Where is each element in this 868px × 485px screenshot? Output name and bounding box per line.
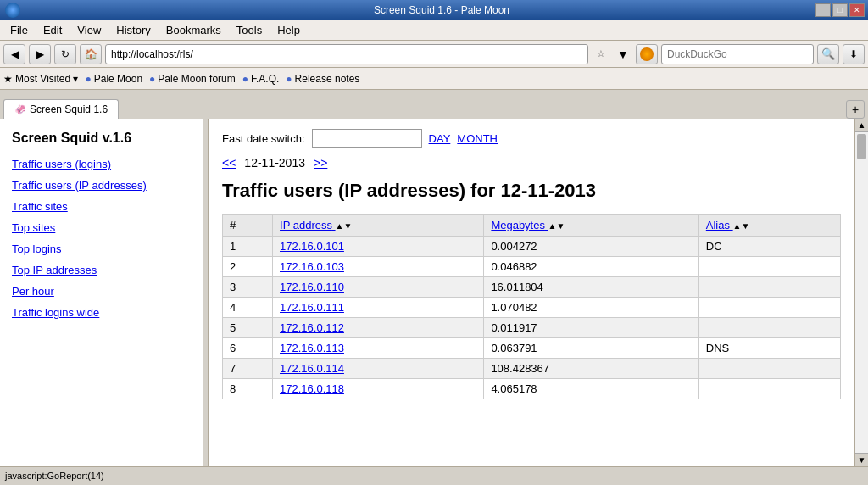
sort-alias-indicator: ▲▼ [733, 221, 750, 231]
prev-date-link[interactable]: << [222, 156, 236, 170]
menu-tools[interactable]: Tools [230, 22, 269, 38]
cell-ip: 172.16.0.111 [273, 298, 484, 318]
col-ip[interactable]: IP address ▲▼ [273, 215, 484, 237]
cell-num: 3 [223, 277, 273, 298]
table-row: 4172.16.0.1111.070482 [223, 298, 841, 318]
status-text: javascript:GoReport(14) [5, 471, 104, 481]
window-controls[interactable]: _ □ ✕ [815, 3, 868, 17]
cell-ip: 172.16.0.112 [273, 318, 484, 338]
bookmark-pale-moon-forum[interactable]: ● Pale Moon forum [149, 73, 236, 85]
cell-alias: DNS [698, 338, 840, 359]
menu-bookmarks[interactable]: Bookmarks [159, 22, 228, 38]
bookmarks-bar: ★ Most Visited ▾ ● Pale Moon ● Pale Moon… [0, 68, 868, 90]
ip-link[interactable]: 172.16.0.101 [280, 240, 344, 253]
col-megabytes[interactable]: Megabytes ▲▼ [484, 215, 698, 237]
cell-ip: 172.16.0.114 [273, 359, 484, 379]
scroll-down-button[interactable]: ▼ [855, 453, 868, 466]
ip-link[interactable]: 172.16.0.118 [280, 382, 344, 395]
minimize-button[interactable]: _ [815, 3, 831, 17]
bookmark-faq[interactable]: ● F.A.Q. [242, 73, 280, 85]
cell-num: 2 [223, 257, 273, 277]
bookmark-menu-icon[interactable]: ▼ [614, 45, 632, 64]
ip-link[interactable]: 172.16.0.103 [280, 260, 344, 273]
pale-moon-forum-icon: ● [149, 73, 155, 85]
bookmark-pale-moon[interactable]: ● Pale Moon [85, 73, 142, 85]
ip-link[interactable]: 172.16.0.114 [280, 362, 344, 375]
sort-mb-link[interactable]: Megabytes [491, 219, 548, 231]
menu-view[interactable]: View [70, 22, 108, 38]
maximize-button[interactable]: □ [832, 3, 848, 17]
cell-megabytes: 0.046882 [484, 257, 698, 277]
date-input[interactable] [312, 129, 422, 148]
scroll-track [855, 132, 868, 453]
download-button[interactable]: ⬇ [843, 44, 865, 64]
fast-date-label: Fast date switch: [222, 132, 305, 145]
ip-link[interactable]: 172.16.0.111 [280, 301, 344, 314]
reload-button[interactable]: ↻ [54, 44, 76, 64]
table-row: 7172.16.0.114108.428367 [223, 359, 841, 379]
bookmark-most-visited[interactable]: ★ Most Visited ▾ [3, 73, 78, 85]
cell-ip: 172.16.0.110 [273, 277, 484, 298]
sidebar-link-top-logins[interactable]: Top logins [12, 242, 191, 255]
cell-alias [698, 277, 840, 298]
faq-icon: ● [242, 73, 248, 85]
scroll-up-button[interactable]: ▲ [855, 119, 868, 132]
menubar: File Edit View History Bookmarks Tools H… [0, 20, 868, 41]
cell-megabytes: 0.011917 [484, 318, 698, 338]
current-date: 12-11-2013 [244, 156, 305, 170]
sort-mb-indicator: ▲▼ [548, 221, 565, 231]
cell-megabytes: 4.065178 [484, 379, 698, 399]
back-button[interactable]: ◀ [3, 44, 25, 64]
page-title: Traffic users (IP addresses) for 12-11-2… [222, 180, 841, 202]
tabbar: 🦑 Screen Squid 1.6 + [0, 90, 868, 119]
sidebar-link-per-hour[interactable]: Per hour [12, 285, 191, 298]
bookmark-label: Release notes [295, 73, 360, 85]
forward-button[interactable]: ▶ [29, 44, 51, 64]
month-link[interactable]: MONTH [457, 132, 498, 145]
next-date-link[interactable]: >> [314, 156, 327, 170]
sidebar-link-traffic-sites[interactable]: Traffic sites [12, 200, 191, 213]
col-num: # [223, 215, 273, 237]
menu-history[interactable]: History [109, 22, 157, 38]
close-button[interactable]: ✕ [849, 3, 865, 17]
right-scrollbar[interactable]: ▲ ▼ [854, 119, 868, 466]
search-input[interactable] [661, 44, 814, 64]
new-tab-button[interactable]: + [846, 100, 865, 119]
table-row: 3172.16.0.11016.011804 [223, 277, 841, 298]
menu-file[interactable]: File [3, 22, 35, 38]
sidebar-link-top-sites[interactable]: Top sites [12, 221, 191, 234]
sidebar-link-traffic-logins-wide[interactable]: Traffic logins wide [12, 306, 191, 319]
cell-alias: DC [698, 237, 840, 257]
tab-icon: 🦑 [14, 104, 26, 115]
day-link[interactable]: DAY [429, 132, 451, 145]
scroll-thumb[interactable] [857, 134, 866, 159]
navbar: ◀ ▶ ↻ 🏠 ☆ ▼ 🔍 ⬇ [0, 41, 868, 68]
cell-num: 7 [223, 359, 273, 379]
star-icon[interactable]: ☆ [592, 45, 610, 64]
menu-help[interactable]: Help [270, 22, 307, 38]
sort-alias-link[interactable]: Alias [706, 219, 733, 231]
search-button[interactable]: 🔍 [817, 44, 839, 64]
col-alias[interactable]: Alias ▲▼ [698, 215, 840, 237]
sidebar-link-traffic-ip[interactable]: Traffic users (IP addresses) [12, 179, 191, 192]
ip-link[interactable]: 172.16.0.113 [280, 342, 344, 354]
ip-link[interactable]: 172.16.0.110 [280, 281, 344, 293]
tab-screen-squid[interactable]: 🦑 Screen Squid 1.6 [3, 99, 119, 119]
table-row: 8172.16.0.1184.065178 [223, 379, 841, 399]
content-area: Fast date switch: DAY MONTH << 12-11-201… [209, 119, 854, 466]
home-button[interactable]: 🏠 [80, 44, 102, 64]
sidebar-link-top-ip[interactable]: Top IP addresses [12, 264, 191, 276]
bookmark-label: Most Visited ▾ [15, 73, 78, 85]
url-input[interactable] [105, 44, 588, 64]
ip-link[interactable]: 172.16.0.112 [280, 321, 344, 334]
menu-edit[interactable]: Edit [36, 22, 69, 38]
cell-megabytes: 16.011804 [484, 277, 698, 298]
sort-ip-indicator: ▲▼ [336, 221, 353, 231]
bookmark-release-notes[interactable]: ● Release notes [286, 73, 359, 85]
cell-ip: 172.16.0.103 [273, 257, 484, 277]
cell-num: 8 [223, 379, 273, 399]
sidebar-link-traffic-logins[interactable]: Traffic users (logins) [12, 158, 191, 170]
sidebar-title: Screen Squid v.1.6 [12, 131, 191, 146]
sort-ip-link[interactable]: IP address [280, 219, 336, 231]
search-engine-icon[interactable] [636, 44, 658, 64]
